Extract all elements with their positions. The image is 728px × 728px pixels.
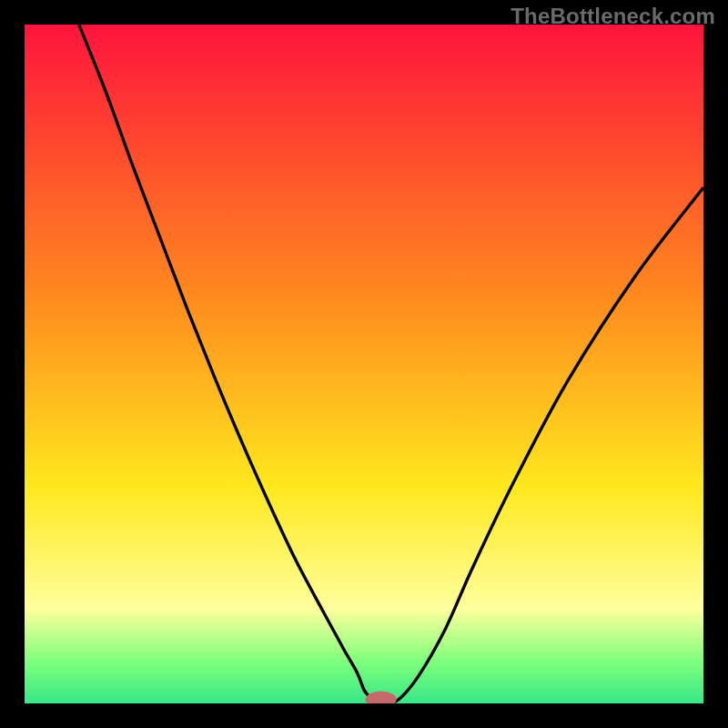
- watermark-text: TheBottleneck.com: [511, 4, 715, 29]
- bottleneck-chart: [25, 25, 703, 703]
- gradient-background: [25, 25, 703, 703]
- plot-area: [25, 25, 703, 703]
- chart-frame: TheBottleneck.com: [0, 0, 728, 728]
